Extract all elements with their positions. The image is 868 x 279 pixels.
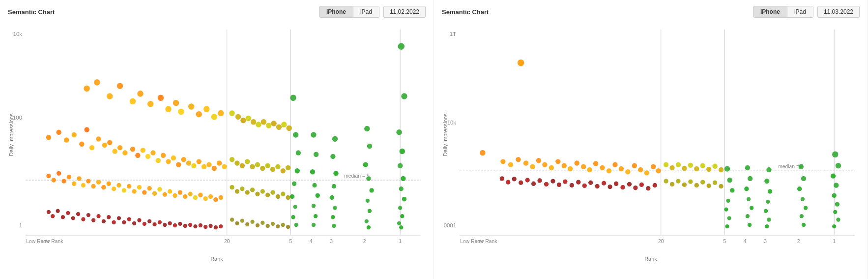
svg-point-224 (402, 197, 406, 201)
svg-point-320 (730, 188, 734, 192)
svg-point-52 (161, 153, 166, 158)
svg-point-33 (46, 135, 51, 140)
svg-point-124 (168, 221, 172, 225)
svg-point-174 (245, 222, 249, 226)
svg-point-143 (271, 121, 276, 126)
svg-point-68 (61, 179, 66, 183)
svg-point-265 (612, 162, 617, 167)
svg-point-184 (293, 132, 298, 138)
svg-point-198 (314, 214, 318, 218)
svg-point-254 (542, 162, 547, 167)
svg-point-213 (366, 199, 370, 203)
tab-ipad-1[interactable]: iPad (353, 6, 379, 17)
svg-point-79 (116, 183, 121, 187)
chart-panel-1: Semantic Chart iPhone iPad 11.02.2022 Da… (0, 0, 434, 279)
svg-point-38 (84, 127, 89, 132)
svg-point-304 (700, 163, 705, 168)
x-axis-label-2: Rank (644, 256, 657, 262)
svg-text:5: 5 (723, 239, 726, 244)
tab-ipad-2[interactable]: iPad (787, 6, 813, 17)
svg-point-97 (208, 194, 213, 199)
svg-point-142 (266, 123, 271, 128)
svg-point-288 (595, 184, 599, 188)
svg-point-249 (508, 162, 513, 167)
svg-point-43 (113, 149, 117, 154)
y-axis-label-1: Daily Impressions (8, 114, 14, 156)
svg-point-344 (800, 214, 804, 218)
svg-point-303 (694, 166, 699, 171)
svg-point-305 (706, 167, 711, 172)
svg-point-289 (602, 181, 606, 186)
svg-text:1T: 1T (450, 31, 456, 37)
svg-point-140 (256, 122, 261, 127)
svg-point-260 (581, 164, 586, 169)
svg-point-54 (171, 155, 176, 160)
svg-point-322 (724, 207, 728, 211)
svg-point-291 (614, 182, 618, 186)
svg-point-178 (266, 224, 270, 228)
svg-point-123 (163, 223, 167, 227)
tab-iphone-1[interactable]: iPhone (319, 6, 353, 17)
svg-point-261 (587, 167, 592, 172)
svg-point-277 (525, 178, 529, 182)
svg-point-177 (260, 221, 264, 225)
svg-point-276 (519, 181, 523, 185)
svg-text:1: 1 (833, 239, 836, 244)
svg-point-324 (725, 224, 729, 228)
svg-point-327 (744, 186, 749, 191)
svg-point-271 (651, 164, 656, 169)
svg-point-129 (193, 224, 197, 228)
svg-point-21 (130, 98, 136, 105)
svg-point-306 (712, 164, 717, 169)
svg-point-354 (832, 224, 836, 228)
tab-iphone-2[interactable]: iPhone (753, 6, 787, 17)
svg-point-350 (832, 193, 837, 198)
svg-point-274 (506, 180, 510, 184)
svg-point-117 (132, 221, 136, 225)
chart-area-1: Daily Impressions 10k 100 1 Low Rank Low… (8, 22, 426, 248)
svg-point-108 (87, 213, 90, 217)
svg-point-173 (240, 218, 244, 222)
svg-point-25 (165, 106, 171, 112)
svg-point-252 (530, 164, 535, 169)
chart-panel-2: Semantic Chart iPhone iPad 11.03.2022 Da… (434, 0, 868, 279)
svg-point-255 (549, 165, 554, 170)
svg-point-113 (112, 220, 116, 224)
svg-point-65 (46, 174, 51, 178)
svg-point-62 (212, 166, 217, 171)
svg-text:Low Rank: Low Rank (474, 239, 497, 244)
svg-point-203 (332, 184, 336, 188)
svg-text:1: 1 (19, 222, 22, 228)
tab-group-1: iPhone iPad (319, 6, 379, 18)
svg-point-182 (286, 225, 290, 229)
svg-point-251 (523, 160, 528, 165)
svg-point-66 (52, 178, 56, 182)
svg-point-309 (670, 182, 674, 186)
svg-point-337 (767, 217, 771, 221)
svg-point-166 (265, 193, 270, 197)
svg-point-319 (727, 178, 732, 183)
svg-point-335 (766, 200, 770, 204)
svg-point-70 (72, 182, 76, 186)
svg-point-197 (312, 204, 316, 208)
svg-point-81 (127, 184, 131, 188)
svg-point-339 (799, 164, 804, 169)
svg-point-256 (555, 159, 560, 164)
svg-point-138 (246, 116, 251, 122)
svg-point-228 (399, 225, 403, 229)
svg-point-145 (281, 122, 287, 127)
svg-point-45 (122, 150, 127, 155)
svg-point-120 (147, 219, 151, 223)
svg-point-207 (332, 224, 336, 228)
svg-point-137 (240, 118, 246, 124)
svg-point-340 (801, 176, 806, 181)
svg-point-84 (142, 190, 146, 194)
svg-point-94 (193, 195, 198, 200)
svg-point-127 (183, 224, 187, 228)
svg-point-338 (765, 224, 769, 228)
chart-area-2: Daily Impressions 1T 10k 0.0001 Low Rank… (442, 22, 860, 248)
svg-point-270 (644, 170, 649, 175)
svg-point-211 (366, 176, 371, 181)
svg-point-190 (291, 215, 295, 219)
svg-point-328 (747, 197, 751, 201)
